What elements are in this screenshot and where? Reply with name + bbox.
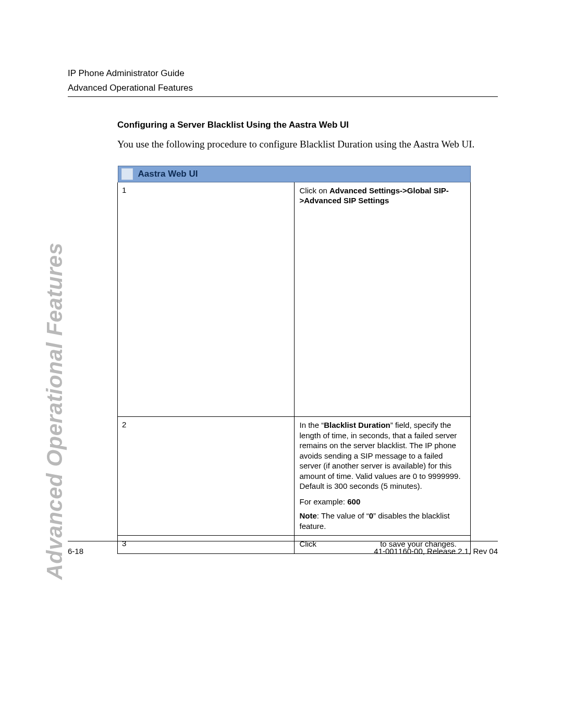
- step-text: ” field, specify the length of time, in …: [300, 421, 461, 490]
- procedure-table: Aastra Web UI 1 Click on Advanced Settin…: [117, 166, 471, 554]
- procedure-banner: Aastra Web UI: [118, 166, 471, 182]
- step-bold-field: Blacklist Duration: [324, 421, 390, 429]
- intro-paragraph: You use the following procedure to confi…: [117, 138, 498, 151]
- running-header-line1: IP Phone Administrator Guide: [68, 68, 498, 80]
- table-row: 2 In the “Blacklist Duration” field, spe…: [118, 417, 471, 536]
- running-header-line2: Advanced Operational Features: [68, 83, 498, 93]
- banner-row: Aastra Web UI: [118, 166, 471, 182]
- example-label: For example:: [300, 497, 348, 506]
- step-example: For example: 600: [300, 497, 466, 507]
- section-heading: Configuring a Server Blacklist Using the…: [117, 120, 498, 130]
- banner-square-icon: [121, 168, 133, 180]
- note-text: : The value of “: [317, 511, 369, 520]
- step-number: 1: [118, 182, 295, 417]
- step-body: In the “Blacklist Duration” field, speci…: [294, 417, 471, 536]
- step-text: In the “: [300, 421, 324, 429]
- main-content: Configuring a Server Blacklist Using the…: [117, 120, 498, 554]
- vertical-section-label: Advanced Operational Features: [42, 242, 67, 579]
- header-rule: [68, 96, 498, 97]
- example-value: 600: [347, 497, 360, 506]
- page-content: IP Phone Administrator Guide Advanced Op…: [68, 68, 498, 554]
- table-row: 1 Click on Advanced Settings->Global SIP…: [118, 182, 471, 417]
- step-body: Click on Advanced Settings->Global SIP->…: [294, 182, 471, 417]
- step-number: 2: [118, 417, 295, 536]
- step-text: Click on: [300, 186, 330, 195]
- page-number: 6-18: [68, 547, 83, 556]
- note-bold-value: 0: [369, 511, 373, 520]
- page-footer: 6-18 41-001160-00, Release 2.1, Rev 04: [68, 541, 498, 556]
- doc-id: 41-001160-00, Release 2.1, Rev 04: [374, 547, 498, 556]
- note-label: Note: [300, 511, 317, 520]
- banner-title: Aastra Web UI: [138, 169, 198, 179]
- step-note: Note: The value of “0” disables the blac…: [300, 511, 466, 531]
